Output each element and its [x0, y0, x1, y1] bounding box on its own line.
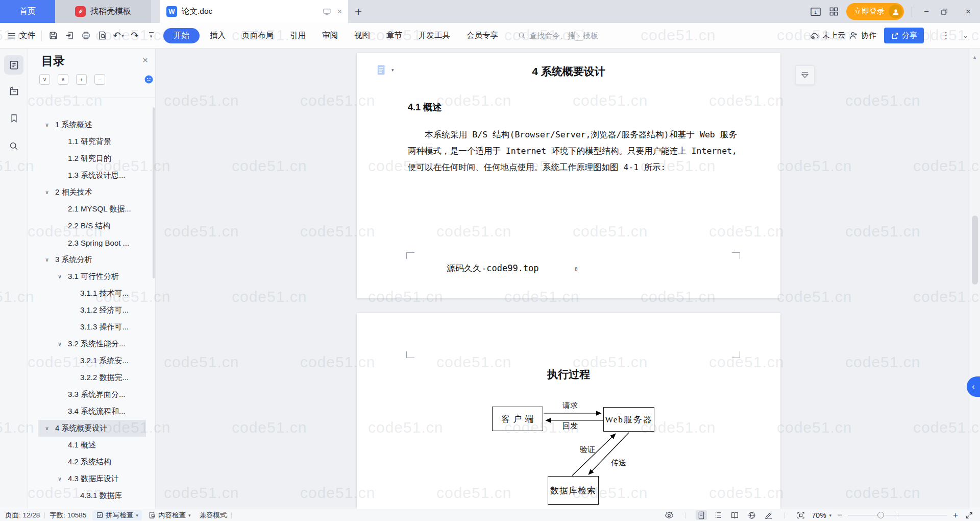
- tab-document[interactable]: W 论文.doc ×: [160, 0, 348, 23]
- find-pane-button[interactable]: [4, 136, 23, 156]
- ribbon-tab-scroll-right[interactable]: ›: [574, 31, 583, 41]
- zoom-slider[interactable]: [848, 512, 947, 519]
- login-button[interactable]: 立即登录: [846, 3, 904, 20]
- toc-scrollbar[interactable]: [153, 107, 155, 278]
- zoom-level[interactable]: 70% ▾: [812, 511, 832, 519]
- ribbon-tab-4[interactable]: 审阅: [314, 28, 346, 43]
- zoom-in-button[interactable]: +: [953, 510, 958, 520]
- undo-caret-icon[interactable]: ▾: [121, 33, 124, 38]
- web-view-button[interactable]: [746, 510, 757, 520]
- toc-expand-all-button[interactable]: ∨: [39, 74, 50, 85]
- toc-item[interactable]: 3.1.3 操作可...: [38, 319, 146, 336]
- ribbon-tab-3[interactable]: 引用: [282, 28, 314, 43]
- toc-item[interactable]: ∨4 系统概要设计: [38, 420, 146, 437]
- toc-pane-button[interactable]: [4, 55, 23, 75]
- hide-markup-button[interactable]: [795, 65, 815, 85]
- toc-item[interactable]: ∨4.3 数据库设计: [38, 470, 146, 487]
- toc-zoom-in-button[interactable]: +: [76, 74, 87, 85]
- scroll-up-icon[interactable]: ▲: [969, 55, 980, 60]
- toc-zoom-out-button[interactable]: −: [94, 74, 105, 85]
- book-view-button[interactable]: [729, 510, 741, 520]
- chevron-down-icon[interactable]: ∨: [45, 256, 55, 263]
- redo-button[interactable]: ↷: [127, 28, 143, 44]
- page-view-button[interactable]: [696, 510, 707, 520]
- ribbon-tab-5[interactable]: 视图: [346, 28, 378, 43]
- chevron-down-icon[interactable]: ∨: [58, 273, 68, 280]
- toc-item[interactable]: 1.2 研究目的: [38, 150, 146, 167]
- vertical-scrollbar[interactable]: ▲: [969, 49, 980, 509]
- toc-item[interactable]: ∨3.1 可行性分析: [38, 268, 146, 285]
- window-restore-button[interactable]: [941, 8, 954, 15]
- undo-button[interactable]: ↶▾: [110, 28, 127, 44]
- toc-item[interactable]: 4.3.1 数据库: [38, 487, 146, 504]
- more-menu-icon[interactable]: ⋮: [938, 28, 954, 44]
- toc-item[interactable]: 3.2.2 数据完...: [38, 369, 146, 386]
- ribbon-tab-2[interactable]: 页面布局: [234, 28, 282, 43]
- chevron-down-icon[interactable]: ∨: [58, 476, 68, 482]
- toc-item[interactable]: 3.2.1 系统安...: [38, 352, 146, 369]
- toc-item[interactable]: 2.2 B/S 结构: [38, 218, 146, 234]
- collaborate-button[interactable]: 协作: [849, 31, 876, 40]
- zoom-slider-thumb[interactable]: [877, 512, 884, 518]
- chevron-down-icon[interactable]: ∨: [45, 122, 55, 128]
- fullscreen-button[interactable]: [964, 510, 975, 520]
- chevron-down-icon[interactable]: ∨: [45, 189, 55, 196]
- toc-item[interactable]: 1.3 系统设计思...: [38, 167, 146, 184]
- ink-annotate-button[interactable]: [763, 510, 774, 520]
- ribbon-tab-1[interactable]: 插入: [202, 28, 234, 43]
- outline-view-button[interactable]: [713, 510, 724, 520]
- word-count[interactable]: 字数: 10585: [50, 511, 86, 520]
- window-close-button[interactable]: ×: [962, 7, 975, 17]
- export-button[interactable]: [61, 28, 78, 44]
- toc-item[interactable]: ∨2 相关技术: [38, 184, 146, 201]
- print-button[interactable]: [78, 28, 94, 44]
- document-page-1[interactable]: ▾ 4 系统概要设计 4.1 概述 本系统采用 B/S 结构(Browser/S…: [357, 53, 780, 298]
- toc-item[interactable]: ∨3.2 系统性能分...: [38, 336, 146, 352]
- app-grid-icon[interactable]: [829, 7, 839, 16]
- single-window-icon[interactable]: 1: [810, 7, 821, 16]
- chapter-nav-button[interactable]: [4, 81, 23, 101]
- fit-page-button[interactable]: [795, 510, 806, 520]
- toc-item[interactable]: 3.4 系统流程和...: [38, 403, 146, 420]
- window-minimize-button[interactable]: −: [920, 7, 933, 17]
- tab-template-store[interactable]: 找稻壳模板: [55, 0, 151, 23]
- tab-close-icon[interactable]: ×: [337, 7, 342, 16]
- toc-item[interactable]: 2.1 MYSQL 数据...: [38, 201, 146, 218]
- spell-check-button[interactable]: 拼写检查 ▾: [92, 510, 142, 520]
- toc-item[interactable]: 3.1.2 经济可...: [38, 302, 146, 319]
- ribbon-tab-7[interactable]: 开发工具: [410, 28, 458, 43]
- bookmark-pane-button[interactable]: [4, 108, 23, 128]
- toc-item[interactable]: 3.1.1 技术可...: [38, 285, 146, 302]
- assistant-button[interactable]: [144, 75, 154, 84]
- toc-close-icon[interactable]: ×: [142, 55, 148, 66]
- toc-collapse-all-button[interactable]: ∧: [58, 74, 68, 85]
- ribbon-tab-0[interactable]: 开始: [163, 28, 200, 43]
- scrollbar-thumb[interactable]: [972, 216, 978, 285]
- toc-item[interactable]: ∨1 系统概述: [38, 116, 146, 133]
- content-check-button[interactable]: 内容检查 ▾: [145, 510, 194, 520]
- zoom-out-button[interactable]: −: [837, 510, 842, 520]
- document-page-2[interactable]: 执行过程 客户端 Web服务器 数据库检索 请求 回发 验证 传送: [357, 313, 780, 509]
- tab-home[interactable]: 首页: [0, 0, 55, 23]
- toc-item[interactable]: 3.3 系统界面分...: [38, 386, 146, 403]
- ribbon-tab-8[interactable]: 会员专享: [458, 28, 506, 43]
- save-button[interactable]: [45, 28, 61, 44]
- screen-share-icon[interactable]: [323, 7, 331, 16]
- command-search[interactable]: [518, 31, 626, 40]
- file-menu[interactable]: 文件: [7, 30, 35, 41]
- toc-item[interactable]: 1.1 研究背景: [38, 133, 146, 150]
- toc-item[interactable]: 4.1 概述: [38, 437, 146, 454]
- collapse-ribbon-icon[interactable]: ⌄: [958, 28, 974, 44]
- toc-item[interactable]: ∨3 系统分析: [38, 251, 146, 268]
- share-button[interactable]: 分享: [884, 28, 924, 43]
- new-tab-button[interactable]: +: [348, 0, 369, 23]
- chevron-down-icon[interactable]: ∨: [58, 341, 68, 347]
- page-indicator[interactable]: 页面: 12/28: [5, 511, 40, 520]
- document-canvas[interactable]: ▾ 4 系统概要设计 4.1 概述 本系统采用 B/S 结构(Browser/S…: [156, 49, 969, 509]
- chevron-down-icon[interactable]: ∨: [45, 425, 55, 432]
- quick-access-dropdown[interactable]: ▾: [143, 28, 159, 44]
- cloud-status[interactable]: 未上云: [810, 31, 845, 40]
- toc-item[interactable]: 4.2 系统结构: [38, 454, 146, 470]
- print-preview-button[interactable]: [94, 28, 110, 44]
- compat-mode-label[interactable]: 兼容模式: [199, 511, 227, 520]
